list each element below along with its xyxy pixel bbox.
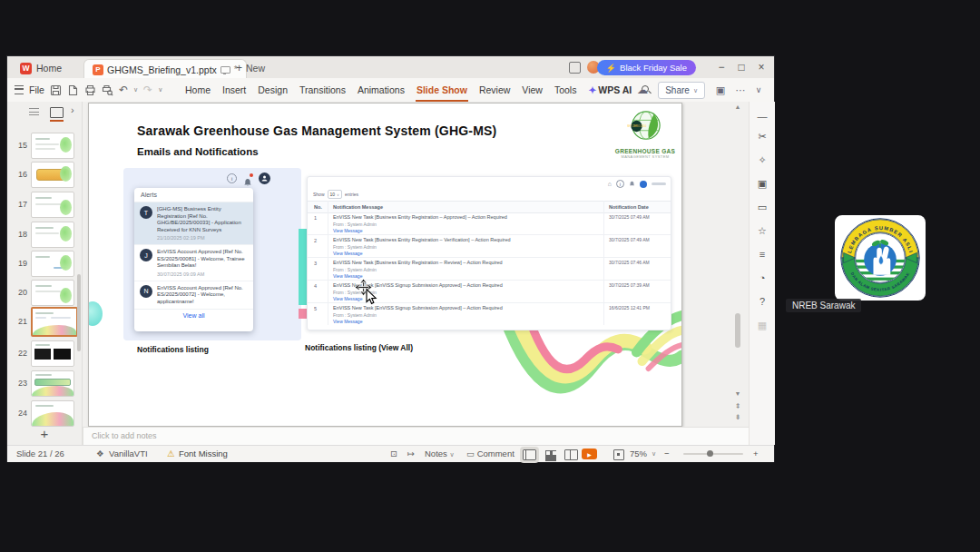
caption-left[interactable]: Notifications listing [137, 345, 209, 354]
slide-thumbnail-23[interactable]: 23 [7, 370, 82, 397]
menu-insert[interactable]: Insert [220, 83, 248, 97]
slide-title[interactable]: Sarawak Greenhouse Gas Management System… [137, 123, 496, 138]
view-message-link: View Message [333, 319, 362, 324]
minimize-button[interactable]: − [712, 56, 730, 78]
more-tools-icon[interactable]: ⋯ [732, 78, 749, 102]
panel-expand-icon[interactable]: › [71, 104, 74, 115]
fullscreen-icon[interactable] [613, 449, 624, 460]
restore-button[interactable]: □ [732, 56, 750, 78]
sidebar-toggle-icon[interactable]: ▣ [712, 78, 729, 102]
menu-animations[interactable]: Animations [356, 83, 407, 97]
tab-home[interactable]: W Home [11, 59, 71, 77]
scroll-up-icon[interactable]: ▲ [730, 104, 745, 110]
alerts-title: Alerts [134, 188, 253, 202]
menu-transitions[interactable]: Transitions [298, 83, 348, 97]
mouse-cursor [354, 278, 379, 305]
notes-placeholder[interactable]: Click to add notes [83, 427, 757, 446]
slide-canvas[interactable]: Sarawak Greenhouse Gas Management System… [88, 103, 682, 427]
settings-icon[interactable]: ≡ [750, 249, 775, 260]
slide-thumbnail-21-selected[interactable]: 21 [7, 308, 82, 335]
notifications-table-screenshot[interactable]: ⌂ i Show 10∨ entries No. Notification Me… [307, 176, 671, 330]
menu-slide-show[interactable]: Slide Show [415, 83, 469, 97]
caption-right[interactable]: Notifications listing (View All) [305, 343, 413, 352]
menu-view[interactable]: View [520, 83, 544, 97]
collapse-ribbon-icon[interactable]: ∨ [750, 78, 767, 102]
slide-subtitle[interactable]: Emails and Notifications [137, 146, 259, 157]
zoom-caret-icon[interactable]: ∨ [652, 446, 656, 462]
save-icon[interactable] [50, 84, 62, 96]
slide-thumbnail-20[interactable]: 20 [7, 279, 82, 306]
favorites-icon[interactable]: ☆ [750, 225, 775, 237]
comment-panel-icon[interactable]: ▭ [750, 202, 775, 213]
outline-view-icon[interactable] [29, 108, 39, 116]
history-icon[interactable]: ◔ [750, 272, 775, 283]
print-icon[interactable] [84, 84, 96, 96]
undo-caret-icon[interactable]: ∨ [133, 86, 138, 94]
scrollbar-thumb[interactable] [735, 313, 740, 348]
menu-review[interactable]: Review [477, 83, 512, 97]
font-missing-warning[interactable]: Font Missing [179, 446, 228, 462]
zoom-slider[interactable] [683, 453, 743, 455]
slide-scrollbar[interactable]: ▲ ▼ ⇞ ⇟ [730, 102, 745, 425]
slide-thumbnail-24[interactable]: 24 [7, 399, 82, 427]
theme-name[interactable]: VanillaVTI [109, 446, 148, 462]
alert-avatar: J [140, 249, 152, 261]
effects-icon[interactable]: ✧ [750, 154, 775, 166]
slide-thumbnail-22[interactable]: 22 [7, 340, 82, 367]
zoom-in-button[interactable]: + [753, 446, 759, 462]
shapes-icon[interactable]: ▣ [750, 178, 775, 190]
next-slide-icon[interactable]: ⇟ [730, 413, 745, 421]
slide-sorter-button[interactable] [544, 449, 556, 458]
normal-view-button[interactable] [523, 449, 536, 460]
add-slide-button[interactable]: + [7, 426, 82, 441]
slide-thumbnail-18[interactable]: 18 [7, 221, 82, 248]
zoom-level[interactable]: 75% [630, 446, 647, 462]
export-icon[interactable] [67, 84, 79, 96]
promo-button[interactable]: ⚡ Black Friday Sale [597, 60, 696, 75]
handout-icon[interactable]: ↦ [407, 446, 415, 462]
panel-scrollbar[interactable] [77, 274, 81, 351]
slideshow-play-button[interactable]: ▶ [582, 448, 597, 459]
workspace: › 15 16 17 18 19 20 [7, 102, 774, 445]
entries-select: 10∨ [328, 190, 343, 199]
slide-thumbnail-16[interactable]: 16 [7, 161, 82, 188]
slide-thumbnail-19[interactable]: 19 [7, 250, 82, 277]
slide-thumbnail-15[interactable]: 15 [7, 132, 82, 159]
new-tab-button[interactable]: + New [236, 59, 265, 77]
zoom-out-button[interactable]: − [664, 446, 670, 462]
slide-thumbnail-17[interactable]: 17 [7, 191, 82, 218]
menu-home[interactable]: Home [183, 83, 212, 97]
slide-counter: Slide 21 / 26 [16, 446, 64, 462]
alert-item: N EnVISS Account Approved [Ref No. ES/20… [134, 281, 253, 310]
undo-icon[interactable]: ↶ [119, 84, 128, 96]
thumbnail-preview [31, 280, 74, 306]
file-menu[interactable]: File [29, 84, 44, 95]
notes-toggle[interactable]: Notes ∨ [425, 446, 455, 462]
grid-settings-icon[interactable]: ⊡ [390, 446, 397, 462]
cloud-sync-icon[interactable]: ☁ [634, 78, 651, 102]
scroll-down-icon[interactable]: ▼ [730, 390, 745, 397]
thumbnail-view-icon[interactable] [50, 107, 64, 118]
notification-badge [250, 173, 253, 177]
menu-wps-ai[interactable]: ✦WPS AI [586, 83, 633, 97]
menu-design[interactable]: Design [256, 83, 289, 97]
tab-document[interactable]: P GHGMS_Briefing_v1.pptx * [83, 59, 247, 79]
apps-grid-icon[interactable]: ▦ [750, 320, 775, 331]
previous-slide-icon[interactable]: ⇞ [730, 402, 745, 410]
zoom-slider-handle[interactable] [707, 450, 713, 457]
help-icon[interactable]: ? [750, 296, 775, 307]
menu-tools[interactable]: Tools [553, 83, 579, 97]
share-button[interactable]: Share ∨ [658, 82, 705, 99]
view-message-link: View Message [333, 251, 362, 256]
reading-view-button[interactable] [564, 449, 578, 460]
window-switch-icon[interactable] [569, 62, 581, 74]
ghgms-logo[interactable]: NET ZERO 2050 GREENHOUSE GAS MANAGEMENT … [613, 109, 677, 159]
netzero-badge: NET ZERO 2050 [627, 124, 647, 128]
hamburger-icon[interactable] [15, 85, 24, 94]
print-preview-icon[interactable] [102, 84, 113, 96]
comment-button[interactable]: ▭ Comment [466, 446, 514, 462]
history-caret-icon[interactable]: ∨ [158, 86, 162, 94]
tools-icon[interactable]: ✂ [750, 131, 775, 143]
collapse-icon[interactable]: — [750, 111, 775, 122]
close-button[interactable]: × [752, 56, 770, 78]
